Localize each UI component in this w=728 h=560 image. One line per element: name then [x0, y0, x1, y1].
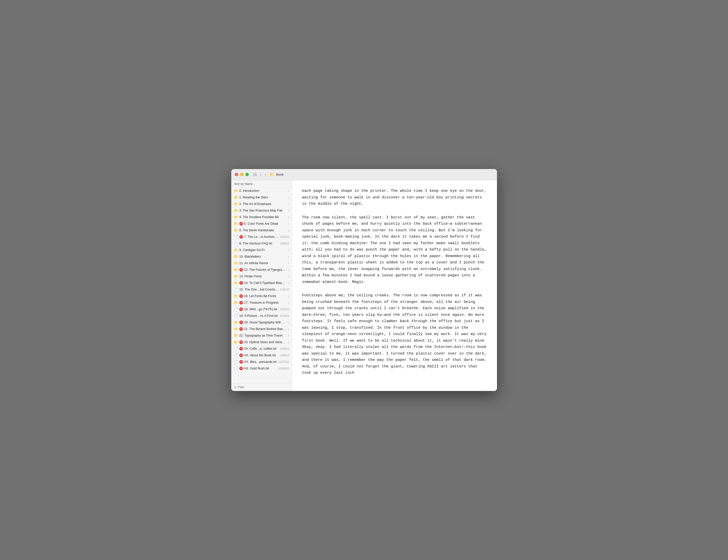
x-badge: ✕ [239, 340, 243, 344]
sidebar-toggle-button[interactable]: ⊟ [252, 172, 258, 177]
sidebar-item[interactable]: 📄✕18. Wild…gs (TKTK).txt1/20/23 [231, 306, 292, 313]
item-date: 1/20/23 [280, 242, 289, 245]
sidebar-item[interactable]: 📁11. An Infinite Remix [231, 260, 292, 266]
folder-icon: 📁 [234, 215, 238, 219]
sidebar-item-label: 13. Pirate Fonts [239, 275, 287, 278]
folder-icon: 📁 [234, 334, 238, 338]
window-body: Sort by Name ⌄ 📁0. Introduction📁1. Readi… [231, 180, 497, 391]
sidebar-item-label: 4. The Smallest Possible Bit [239, 215, 287, 219]
folder-icon: 📁 [234, 202, 238, 206]
sidebar-item[interactable]: 📄✕XX. Bles…persands.txt12/27/22 [231, 359, 292, 365]
folder-icon: 📁 [234, 327, 238, 331]
sidebar-item[interactable]: 📁6. The Berlin Handshake [231, 227, 292, 234]
sidebar-item[interactable]: 📄✕7. The Le…m Archive.txt1/15/23 [231, 234, 292, 240]
sidebar-item[interactable]: 📄8. The Glorious FAQ.txt1/20/23 [231, 240, 292, 247]
item-date: 11/6/22 [280, 288, 289, 291]
file-icon: 📄 [234, 235, 238, 239]
folder-icon: 📁 [234, 294, 238, 298]
folder-icon: 📁 [234, 189, 238, 193]
titlebar: ⊟ ‹ › 📁 Book [231, 169, 497, 180]
sidebar-item[interactable]: 📁13. Pirate Fonts [231, 273, 292, 280]
file-icon: 📄 [234, 314, 238, 318]
sidebar-item[interactable]: 📁✕5. Color Fonts Are Dead [231, 220, 292, 227]
folder-icon: 📁 [234, 320, 238, 324]
folder-icon: 📁 [234, 255, 238, 259]
sidebar-item-label: 5. Color Fonts Are Dead [244, 222, 287, 225]
sidebar-item-label: 0. Introduction [239, 189, 287, 193]
item-date: 1/20/23 [280, 354, 289, 357]
filter-bar[interactable]: ⊙ Filter [231, 383, 292, 391]
sidebar-item[interactable]: 📁✕23. Optical Sizes and Variabl… [231, 339, 292, 345]
x-badge: ✕ [239, 307, 243, 311]
folder-icon: 📁 [234, 261, 238, 265]
sidebar-item[interactable]: 📁22. Typography as Time Travel [231, 332, 292, 339]
minimize-button[interactable] [240, 173, 243, 176]
finder-window: ⊟ ‹ › 📁 Book Sort by Name ⌄ 📁0. Introduc… [231, 169, 497, 391]
traffic-lights [235, 173, 249, 176]
item-date: 12/27/22 [278, 360, 289, 363]
sidebar-item[interactable]: 📁3. The San Francisco Map Fair [231, 207, 292, 214]
file-icon: 📄 [234, 287, 238, 292]
window-title: 📁 Book [270, 172, 284, 177]
sidebar-item-label: 9. Cardigan Sci-Fi [239, 248, 287, 252]
x-badge: ✕ [239, 301, 243, 304]
sidebar-item[interactable]: 📁0. Introduction [231, 188, 292, 194]
sidebar-item-label: 24. Coffe…e, coffee.txt [244, 347, 279, 350]
sort-bar[interactable]: Sort by Name ⌄ [231, 180, 292, 188]
x-badge: ✕ [239, 268, 243, 272]
sidebar-item[interactable]: 📁4. The Smallest Possible Bit [231, 214, 292, 220]
forward-button[interactable]: › [264, 172, 267, 177]
sidebar-item-label: 11. An Infinite Remix [239, 261, 287, 265]
maximize-button[interactable] [245, 173, 249, 176]
sidebar-item[interactable]: 📁✕20. Great Typography Will N… [231, 319, 292, 326]
item-date: 1/20/23 [280, 308, 289, 311]
sidebar-item[interactable]: 📁✕14. To Call A Typeface Beaut… [231, 280, 292, 286]
folder-icon: 📁 [234, 209, 238, 213]
sidebar-item-label: 23. Optical Sizes and Variabl… [244, 340, 287, 344]
sidebar-item-label: 15. The One…hat Counts.txt [239, 288, 279, 291]
sidebar-item[interactable]: 📄✕24. Coffe…e, coffee.txt1/15/23 [231, 345, 292, 352]
sidebar-item-label: XX. Bles…persands.txt [244, 360, 277, 364]
x-badge: ✕ [239, 367, 243, 370]
sidebar-item-label: 3. The San Francisco Map Fair [239, 209, 287, 212]
x-badge: ✕ [239, 327, 243, 331]
sidebar-item-label: 12. The Futures of Typography [244, 268, 287, 272]
file-icon: 📄 [234, 241, 238, 245]
sidebar-item[interactable]: 📄✕XX. Gold Rush.txt10/26/22 [231, 365, 292, 372]
sidebar-item-label: 2. The Art of Emphasis [239, 202, 287, 206]
sidebar-item[interactable]: 📁✕21. The Bizarre Bodoni Basta… [231, 326, 292, 332]
sidebar-item[interactable]: 📁✕16. Let Fonts Be Fonts [231, 293, 292, 299]
sidebar-item[interactable]: 📄✕XX. About the Book.txt1/20/23 [231, 352, 292, 359]
sidebar-item-label: 16. Let Fonts Be Fonts [244, 294, 287, 298]
sidebar-item-label: 14. To Call A Typeface Beaut… [244, 281, 287, 285]
sidebar-item-label: 22. Typography as Time Travel [239, 334, 287, 337]
sidebar-item[interactable]: 📄19. A Picture…m, A Font.txt1/14/23 [231, 313, 292, 319]
sidebar-item[interactable]: 📁9. Cardigan Sci-Fi [231, 247, 292, 253]
sidebar-item[interactable]: 📁✕17. Treasure in Progress [231, 299, 292, 306]
sidebar-item-label: 20. Great Typography Will N… [244, 321, 287, 324]
file-icon: 📄 [234, 347, 238, 351]
sidebar-item[interactable]: 📁10. Blackletters [231, 253, 292, 260]
folder-icon: 📁 [234, 340, 238, 344]
back-button[interactable]: ‹ [259, 172, 262, 177]
close-button[interactable] [235, 173, 238, 176]
file-icon: 📄 [234, 353, 238, 357]
content-paragraph: The room now silent, the spell cast. I b… [302, 214, 487, 285]
folder-icon: 📁 [234, 274, 238, 278]
sidebar-item-label: 21. The Bizarre Bodoni Basta… [244, 327, 287, 331]
folder-icon: 📁 [234, 248, 238, 252]
titlebar-controls: ⊟ ‹ › [252, 172, 267, 177]
x-badge: ✕ [239, 360, 243, 364]
x-badge: ✕ [239, 347, 243, 350]
sidebar-item-label: 7. The Le…m Archive.txt [244, 235, 279, 239]
sidebar-item[interactable]: 📁✕12. The Futures of Typography [231, 266, 292, 273]
sidebar-item[interactable]: 📁1. Reading the Stars [231, 194, 292, 201]
sidebar-item[interactable]: 📁2. The Art of Emphasis [231, 201, 292, 207]
sidebar-item[interactable]: 📄15. The One…hat Counts.txt11/6/22 [231, 286, 292, 293]
title-folder-icon: 📁 [270, 172, 275, 177]
sidebar-item-label: 18. Wild…gs (TKTK).txt [244, 307, 279, 311]
x-badge: ✕ [239, 222, 243, 225]
folder-icon: 📁 [234, 195, 238, 199]
content-paragraph: each page taking shape in the printer. T… [302, 188, 487, 207]
file-icon: 📄 [234, 360, 238, 364]
